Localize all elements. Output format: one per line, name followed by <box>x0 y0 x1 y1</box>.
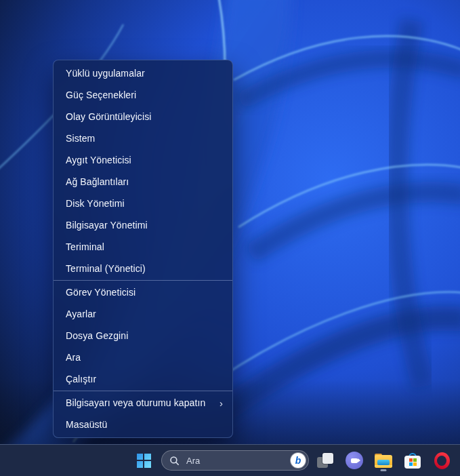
menu-item-terminal-admin[interactable]: Terminal (Yönetici) <box>54 258 232 279</box>
chat-button[interactable] <box>343 449 365 472</box>
menu-item-search[interactable]: Ara <box>54 346 232 368</box>
menu-item-label: Görev Yöneticisi <box>66 287 135 298</box>
menu-separator <box>54 280 232 281</box>
running-app-indicator <box>381 469 387 471</box>
opera-browser-button[interactable] <box>431 449 453 472</box>
menu-item-event-viewer[interactable]: Olay Görüntüleyicisi <box>54 106 232 127</box>
menu-item-computer-management[interactable]: Bilgisayar Yönetimi <box>54 214 232 236</box>
task-view-button[interactable] <box>314 449 336 472</box>
menu-item-label: Bilgisayarı veya oturumu kapatın <box>66 397 205 408</box>
menu-item-label: Disk Yönetimi <box>66 198 125 209</box>
menu-item-shutdown-or-signout[interactable]: Bilgisayarı veya oturumu kapatın › <box>54 392 232 414</box>
menu-item-run[interactable]: Çalıştır <box>54 368 232 390</box>
menu-item-label: Masaüstü <box>66 419 108 430</box>
menu-item-label: Çalıştır <box>66 374 96 384</box>
file-explorer-button[interactable] <box>373 449 394 472</box>
menu-item-disk-management[interactable]: Disk Yönetimi <box>54 193 232 214</box>
menu-item-settings[interactable]: Ayarlar <box>54 303 232 325</box>
bing-icon[interactable]: b <box>291 453 306 468</box>
menu-item-label: Güç Seçenekleri <box>66 90 136 100</box>
microsoft-store-button[interactable] <box>402 449 423 472</box>
menu-item-label: Aygıt Yöneticisi <box>66 155 131 165</box>
menu-item-label: Dosya Gezgini <box>66 330 128 341</box>
menu-item-network-connections[interactable]: Ağ Bağlantıları <box>54 171 232 193</box>
menu-item-task-manager[interactable]: Görev Yöneticisi <box>54 281 232 303</box>
submenu-chevron-icon: › <box>219 398 223 408</box>
menu-item-terminal[interactable]: Teriminal <box>54 236 232 258</box>
chat-video-icon <box>346 452 363 469</box>
menu-item-label: Ağ Bağlantıları <box>66 176 129 187</box>
taskbar-search-box[interactable]: b <box>161 450 309 471</box>
menu-item-label: Teriminal <box>66 241 104 252</box>
task-view-icon <box>317 453 333 468</box>
menu-item-power-options[interactable]: Güç Seçenekleri <box>54 84 232 106</box>
menu-item-label: Ayarlar <box>66 309 96 319</box>
taskbar-center-group: b <box>133 445 453 476</box>
menu-item-label: Terminal (Yönetici) <box>66 263 146 274</box>
start-button[interactable] <box>133 449 154 472</box>
search-icon <box>169 456 180 466</box>
menu-item-label: Olay Görüntüleyicisi <box>66 111 152 122</box>
menu-item-label: Bilgisayar Yönetimi <box>66 220 148 231</box>
menu-item-device-manager[interactable]: Aygıt Yöneticisi <box>54 149 232 171</box>
menu-item-system[interactable]: Sistem <box>54 127 232 149</box>
search-input[interactable] <box>185 455 291 467</box>
menu-separator <box>54 391 232 391</box>
windows-logo-icon <box>137 454 151 468</box>
taskbar: b <box>0 444 460 476</box>
menu-item-file-explorer[interactable]: Dosya Gezgini <box>54 325 232 346</box>
menu-item-desktop[interactable]: Masaüstü <box>54 414 232 435</box>
menu-item-label: Sistem <box>66 133 95 144</box>
folder-icon <box>375 454 392 468</box>
store-bag-icon <box>404 453 421 469</box>
menu-item-label: Ara <box>66 352 81 363</box>
menu-item-label: Yüklü uygulamalar <box>66 68 145 79</box>
menu-item-installed-apps[interactable]: Yüklü uygulamalar <box>54 62 232 84</box>
winx-context-menu: Yüklü uygulamalar Güç Seçenekleri Olay G… <box>53 60 233 438</box>
opera-icon <box>434 452 450 469</box>
